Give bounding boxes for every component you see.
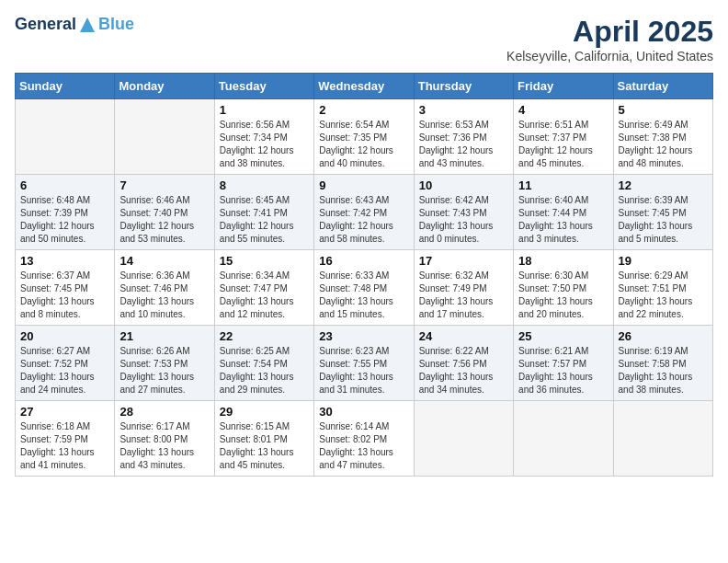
calendar-empty-cell: [414, 401, 513, 477]
day-info: Sunrise: 6:19 AM Sunset: 7:58 PM Dayligh…: [619, 345, 708, 396]
calendar-day-15: 15Sunrise: 6:34 AM Sunset: 7:47 PM Dayli…: [214, 250, 313, 326]
day-info: Sunrise: 6:53 AM Sunset: 7:36 PM Dayligh…: [419, 119, 508, 170]
day-number: 19: [619, 254, 708, 268]
day-number: 7: [119, 178, 209, 192]
column-header-wednesday: Wednesday: [314, 74, 414, 99]
day-number: 13: [20, 254, 109, 268]
svg-marker-0: [80, 17, 95, 32]
logo: General Blue: [15, 15, 134, 34]
day-number: 18: [518, 254, 608, 268]
day-number: 5: [619, 103, 708, 117]
calendar-week-row: 1Sunrise: 6:56 AM Sunset: 7:34 PM Daylig…: [16, 99, 713, 175]
day-info: Sunrise: 6:32 AM Sunset: 7:49 PM Dayligh…: [419, 270, 508, 321]
calendar-day-27: 27Sunrise: 6:18 AM Sunset: 7:59 PM Dayli…: [16, 401, 115, 477]
day-info: Sunrise: 6:34 AM Sunset: 7:47 PM Dayligh…: [220, 270, 309, 321]
calendar-day-16: 16Sunrise: 6:33 AM Sunset: 7:48 PM Dayli…: [314, 250, 414, 326]
calendar-day-1: 1Sunrise: 6:56 AM Sunset: 7:34 PM Daylig…: [214, 99, 313, 175]
calendar-day-13: 13Sunrise: 6:37 AM Sunset: 7:45 PM Dayli…: [16, 250, 115, 326]
title-block: April 2025 Kelseyville, California, Unit…: [506, 15, 713, 63]
calendar-day-4: 4Sunrise: 6:51 AM Sunset: 7:37 PM Daylig…: [514, 99, 613, 175]
day-info: Sunrise: 6:15 AM Sunset: 8:01 PM Dayligh…: [220, 420, 309, 472]
day-info: Sunrise: 6:37 AM Sunset: 7:45 PM Dayligh…: [20, 270, 109, 321]
calendar-day-18: 18Sunrise: 6:30 AM Sunset: 7:50 PM Dayli…: [514, 250, 613, 326]
calendar-day-5: 5Sunrise: 6:49 AM Sunset: 7:38 PM Daylig…: [613, 99, 712, 175]
calendar-empty-cell: [115, 99, 214, 175]
calendar-empty-cell: [613, 401, 712, 477]
calendar-day-11: 11Sunrise: 6:40 AM Sunset: 7:44 PM Dayli…: [514, 175, 613, 250]
calendar-day-30: 30Sunrise: 6:14 AM Sunset: 8:02 PM Dayli…: [314, 401, 414, 477]
calendar-day-24: 24Sunrise: 6:22 AM Sunset: 7:56 PM Dayli…: [414, 326, 513, 401]
day-info: Sunrise: 6:18 AM Sunset: 7:59 PM Dayligh…: [20, 420, 109, 472]
calendar-day-21: 21Sunrise: 6:26 AM Sunset: 7:53 PM Dayli…: [115, 326, 214, 401]
column-header-sunday: Sunday: [16, 74, 115, 99]
day-info: Sunrise: 6:25 AM Sunset: 7:54 PM Dayligh…: [220, 345, 309, 396]
day-number: 14: [119, 254, 209, 268]
calendar-header-row: SundayMondayTuesdayWednesdayThursdayFrid…: [16, 74, 713, 99]
calendar-day-19: 19Sunrise: 6:29 AM Sunset: 7:51 PM Dayli…: [613, 250, 712, 326]
calendar-empty-cell: [16, 99, 115, 175]
calendar-day-25: 25Sunrise: 6:21 AM Sunset: 7:57 PM Dayli…: [514, 326, 613, 401]
day-number: 25: [518, 329, 608, 343]
day-number: 17: [419, 254, 508, 268]
day-info: Sunrise: 6:27 AM Sunset: 7:52 PM Dayligh…: [20, 345, 109, 396]
day-info: Sunrise: 6:29 AM Sunset: 7:51 PM Dayligh…: [619, 270, 708, 321]
day-info: Sunrise: 6:23 AM Sunset: 7:55 PM Dayligh…: [319, 345, 408, 396]
calendar-day-7: 7Sunrise: 6:46 AM Sunset: 7:40 PM Daylig…: [115, 175, 214, 250]
day-number: 11: [518, 178, 608, 192]
column-header-monday: Monday: [115, 74, 214, 99]
day-number: 4: [518, 103, 608, 117]
day-number: 20: [20, 329, 109, 343]
day-number: 6: [20, 178, 109, 192]
day-info: Sunrise: 6:45 AM Sunset: 7:41 PM Dayligh…: [220, 194, 309, 246]
calendar-day-12: 12Sunrise: 6:39 AM Sunset: 7:45 PM Dayli…: [613, 175, 712, 250]
column-header-saturday: Saturday: [613, 74, 712, 99]
calendar-day-10: 10Sunrise: 6:42 AM Sunset: 7:43 PM Dayli…: [414, 175, 513, 250]
logo-blue-text: Blue: [98, 15, 134, 34]
day-number: 9: [319, 178, 408, 192]
calendar-location: Kelseyville, California, United States: [506, 49, 713, 63]
calendar-day-8: 8Sunrise: 6:45 AM Sunset: 7:41 PM Daylig…: [214, 175, 313, 250]
day-info: Sunrise: 6:17 AM Sunset: 8:00 PM Dayligh…: [119, 420, 209, 472]
day-info: Sunrise: 6:54 AM Sunset: 7:35 PM Dayligh…: [319, 119, 408, 170]
day-info: Sunrise: 6:42 AM Sunset: 7:43 PM Dayligh…: [419, 194, 508, 246]
day-number: 8: [220, 178, 309, 192]
day-info: Sunrise: 6:51 AM Sunset: 7:37 PM Dayligh…: [518, 119, 608, 170]
day-info: Sunrise: 6:49 AM Sunset: 7:38 PM Dayligh…: [619, 119, 708, 170]
column-header-thursday: Thursday: [414, 74, 513, 99]
day-info: Sunrise: 6:40 AM Sunset: 7:44 PM Dayligh…: [518, 194, 608, 246]
calendar-day-20: 20Sunrise: 6:27 AM Sunset: 7:52 PM Dayli…: [16, 326, 115, 401]
day-info: Sunrise: 6:21 AM Sunset: 7:57 PM Dayligh…: [518, 345, 608, 396]
day-info: Sunrise: 6:39 AM Sunset: 7:45 PM Dayligh…: [619, 194, 708, 246]
calendar-day-28: 28Sunrise: 6:17 AM Sunset: 8:00 PM Dayli…: [115, 401, 214, 477]
calendar-title: April 2025: [506, 15, 713, 49]
logo-general-text: General: [15, 15, 76, 34]
day-number: 12: [619, 178, 708, 192]
calendar-week-row: 20Sunrise: 6:27 AM Sunset: 7:52 PM Dayli…: [16, 326, 713, 401]
calendar-day-3: 3Sunrise: 6:53 AM Sunset: 7:36 PM Daylig…: [414, 99, 513, 175]
page-header: General Blue April 2025 Kelseyville, Cal…: [15, 15, 713, 63]
calendar-table: SundayMondayTuesdayWednesdayThursdayFrid…: [15, 73, 713, 477]
day-info: Sunrise: 6:48 AM Sunset: 7:39 PM Dayligh…: [20, 194, 109, 246]
day-number: 3: [419, 103, 508, 117]
logo-icon: [78, 16, 97, 34]
day-number: 23: [319, 329, 408, 343]
day-number: 29: [220, 405, 309, 419]
day-number: 28: [119, 405, 209, 419]
column-header-tuesday: Tuesday: [214, 74, 313, 99]
calendar-day-14: 14Sunrise: 6:36 AM Sunset: 7:46 PM Dayli…: [115, 250, 214, 326]
day-number: 24: [419, 329, 508, 343]
calendar-week-row: 6Sunrise: 6:48 AM Sunset: 7:39 PM Daylig…: [16, 175, 713, 250]
day-info: Sunrise: 6:56 AM Sunset: 7:34 PM Dayligh…: [220, 119, 309, 170]
calendar-day-9: 9Sunrise: 6:43 AM Sunset: 7:42 PM Daylig…: [314, 175, 414, 250]
day-info: Sunrise: 6:46 AM Sunset: 7:40 PM Dayligh…: [119, 194, 209, 246]
day-info: Sunrise: 6:22 AM Sunset: 7:56 PM Dayligh…: [419, 345, 508, 396]
day-number: 27: [20, 405, 109, 419]
day-info: Sunrise: 6:36 AM Sunset: 7:46 PM Dayligh…: [119, 270, 209, 321]
day-info: Sunrise: 6:30 AM Sunset: 7:50 PM Dayligh…: [518, 270, 608, 321]
day-info: Sunrise: 6:14 AM Sunset: 8:02 PM Dayligh…: [319, 420, 408, 472]
calendar-day-26: 26Sunrise: 6:19 AM Sunset: 7:58 PM Dayli…: [613, 326, 712, 401]
calendar-week-row: 27Sunrise: 6:18 AM Sunset: 7:59 PM Dayli…: [16, 401, 713, 477]
day-info: Sunrise: 6:26 AM Sunset: 7:53 PM Dayligh…: [119, 345, 209, 396]
calendar-day-2: 2Sunrise: 6:54 AM Sunset: 7:35 PM Daylig…: [314, 99, 414, 175]
day-number: 22: [220, 329, 309, 343]
